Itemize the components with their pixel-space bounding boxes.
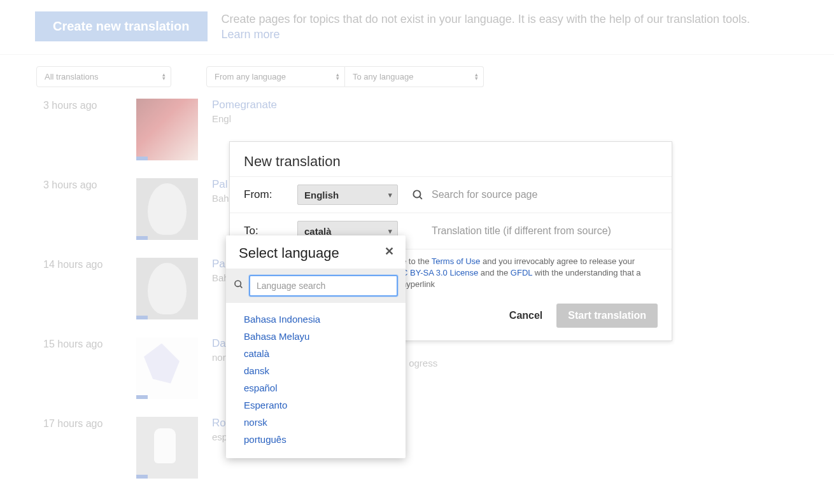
item-time: 15 hours ago [43,337,136,350]
language-option[interactable]: norsk [226,414,406,431]
language-option[interactable]: Bahasa Melayu [226,328,406,345]
start-translation-button[interactable]: Start translation [556,304,658,328]
item-thumbnail [136,337,198,399]
filter-from-label: From any language [215,72,286,81]
chevron-updown-icon: ▴▾ [475,73,478,81]
item-thumbnail [136,417,198,479]
item-time: 17 hours ago [43,417,136,430]
language-option[interactable]: Bahasa Indonesia [226,311,406,328]
filter-all-label: All translations [45,72,99,81]
search-icon [412,189,424,201]
modal-from-row: From: English ▾ [230,176,672,213]
item-thumbnail [136,99,198,160]
filter-to-label: To any language [353,72,413,81]
svg-line-3 [240,286,242,288]
chevron-updown-icon: ▴▾ [336,73,339,81]
from-language-select[interactable]: English ▾ [297,185,398,205]
header: Create new translation Create pages for … [0,0,834,55]
language-search-input[interactable] [249,275,398,297]
create-new-translation-button[interactable]: Create new translation [35,11,208,41]
item-time: 14 hours ago [43,258,136,270]
filter-all-translations[interactable]: All translations ▴▾ [36,66,171,87]
item-thumbnail [136,178,198,240]
filter-from-language[interactable]: From any language ▴▾ [206,66,345,87]
language-option[interactable]: català [226,345,406,362]
chevron-down-icon: ▾ [388,191,392,199]
translation-title-input[interactable] [432,225,658,237]
to-language-value: català [304,226,332,237]
from-language-value: English [304,190,339,200]
list-item[interactable]: 15 hours agoDanorsogress [43,337,834,399]
select-language-popover: Select language ✕ Bahasa IndonesiaBahasa… [226,235,406,458]
cancel-button[interactable]: Cancel [509,310,542,321]
item-time: 3 hours ago [43,99,136,111]
language-option[interactable]: español [226,379,406,396]
header-text: Create pages for topics that do not exis… [222,11,750,43]
gfdl-link[interactable]: GFDL [511,268,532,277]
filter-to-language[interactable]: To any language ▴▾ [345,66,484,87]
item-thumbnail [136,258,198,319]
terms-of-use-link[interactable]: Terms of Use [432,256,481,266]
search-icon [234,279,244,291]
item-subtitle: Engl [212,113,277,124]
list-item[interactable]: 17 hours agoRoespa [43,417,834,479]
item-time: 3 hours ago [43,178,136,191]
language-option[interactable]: Esperanto [226,396,406,414]
svg-line-1 [420,196,422,199]
language-option[interactable]: dansk [226,362,406,379]
chevron-updown-icon: ▴▾ [162,73,166,81]
close-icon[interactable]: ✕ [383,244,395,258]
source-page-search-input[interactable] [432,189,658,200]
svg-point-2 [235,281,241,286]
language-list: Bahasa IndonesiaBahasa Melayucatalàdansk… [226,303,406,458]
item-text: PomegranateEngl [198,99,277,124]
item-title[interactable]: Pomegranate [212,99,277,111]
svg-point-0 [413,190,420,197]
popover-title: Select language [239,244,339,262]
item-extra-text: ogress [409,358,437,368]
header-desc: Create pages for topics that do not exis… [222,13,750,25]
modal-title: New translation [230,142,672,176]
filters-row: All translations ▴▾ From any language ▴▾… [0,55,834,99]
chevron-down-icon: ▾ [388,227,392,235]
cc-license-link[interactable]: C BY-SA 3.0 License [402,268,478,277]
language-option[interactable]: português [226,431,406,448]
from-label: From: [244,188,297,201]
learn-more-link[interactable]: Learn more [222,27,750,42]
